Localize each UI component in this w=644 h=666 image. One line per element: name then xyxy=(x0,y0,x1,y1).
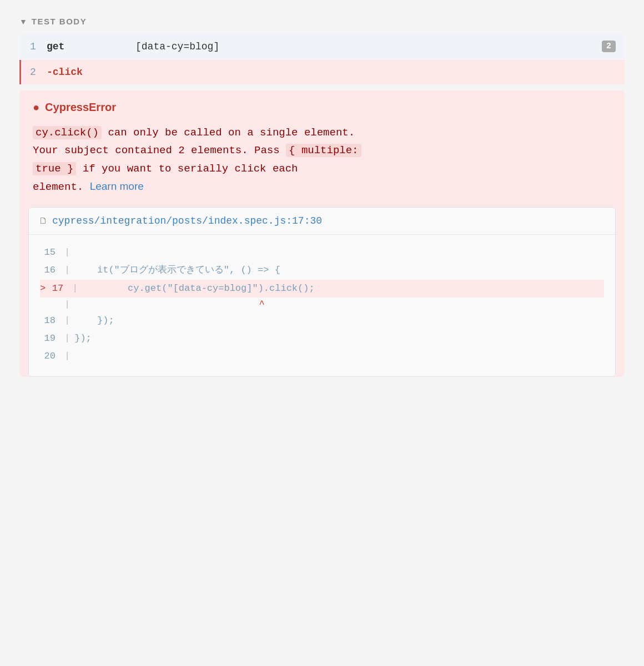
line-pipe-17: | xyxy=(68,280,82,297)
line-content-17: cy.get("[data-cy=blog]").click(); xyxy=(82,280,314,297)
line-num-17: 17 xyxy=(48,280,68,297)
file-link[interactable]: cypress/integration/posts/index.spec.js:… xyxy=(52,215,322,226)
line-content-16: it("ブログが表示できている", () => { xyxy=(74,261,280,279)
error-icon: ● xyxy=(33,101,39,114)
error-message: cy.click() can only be called on a singl… xyxy=(33,124,611,196)
main-container: ▼ TEST BODY 1 get [data-cy=blog] 2 2 -cl… xyxy=(19,0,625,388)
code-ref-header: 🗋 cypress/integration/posts/index.spec.j… xyxy=(29,208,615,235)
caret-symbol: ^ xyxy=(74,297,264,312)
line-pipe-16: | xyxy=(60,261,74,279)
line-num-16: 16 xyxy=(40,261,60,279)
error-code-click: cy.click() xyxy=(33,126,102,139)
code-line-17: > 17 | cy.get("[data-cy=blog]").click(); xyxy=(40,280,604,297)
error-code-true: true } xyxy=(33,162,76,175)
code-line-18: 18 | }); xyxy=(40,312,604,330)
command-name-get: get xyxy=(47,41,135,52)
line-pipe-19: | xyxy=(60,330,74,347)
learn-more-link[interactable]: Learn more xyxy=(90,180,144,192)
command-badge: 2 xyxy=(602,41,616,52)
code-block: 15 | 16 | it("ブログが表示できている", () => { > 17… xyxy=(29,235,615,376)
error-title: CypressError xyxy=(45,101,116,114)
line-content-19: }); xyxy=(74,330,92,347)
code-line-20: 20 | xyxy=(40,347,604,365)
command-row-1[interactable]: 1 get [data-cy=blog] 2 xyxy=(19,34,625,59)
command-row-2[interactable]: 2 -click xyxy=(19,60,625,84)
command-name-click: -click xyxy=(47,67,83,78)
line-pipe-20: | xyxy=(60,347,74,365)
command-number-1: 1 xyxy=(30,41,47,52)
command-number-2: 2 xyxy=(30,67,47,78)
chevron-down-icon: ▼ xyxy=(19,17,27,26)
line-num-18: 18 xyxy=(40,312,60,330)
line-pipe-15: | xyxy=(60,244,74,261)
error-code-multiple: { multiple: xyxy=(286,144,361,157)
line-content-18: }); xyxy=(74,312,114,330)
line-num-15: 15 xyxy=(40,244,60,261)
line-num-20: 20 xyxy=(40,347,60,365)
caret-pipe: | xyxy=(60,297,74,312)
line-arrow-17: > xyxy=(40,280,48,297)
code-caret-line: | ^ xyxy=(40,297,604,312)
command-arg-selector: [data-cy=blog] xyxy=(135,41,602,52)
code-line-15: 15 | xyxy=(40,244,604,261)
line-pipe-18: | xyxy=(60,312,74,330)
file-icon: 🗋 xyxy=(39,216,48,226)
error-title-row: ● CypressError xyxy=(33,101,611,114)
test-body-header: ▼ TEST BODY xyxy=(19,11,625,34)
code-reference-box: 🗋 cypress/integration/posts/index.spec.j… xyxy=(28,207,616,377)
code-line-16: 16 | it("ブログが表示できている", () => { xyxy=(40,261,604,279)
error-section: ● CypressError cy.click() can only be ca… xyxy=(19,90,625,377)
test-body-label: TEST BODY xyxy=(32,17,87,26)
line-num-19: 19 xyxy=(40,330,60,347)
code-line-19: 19 | }); xyxy=(40,330,604,347)
